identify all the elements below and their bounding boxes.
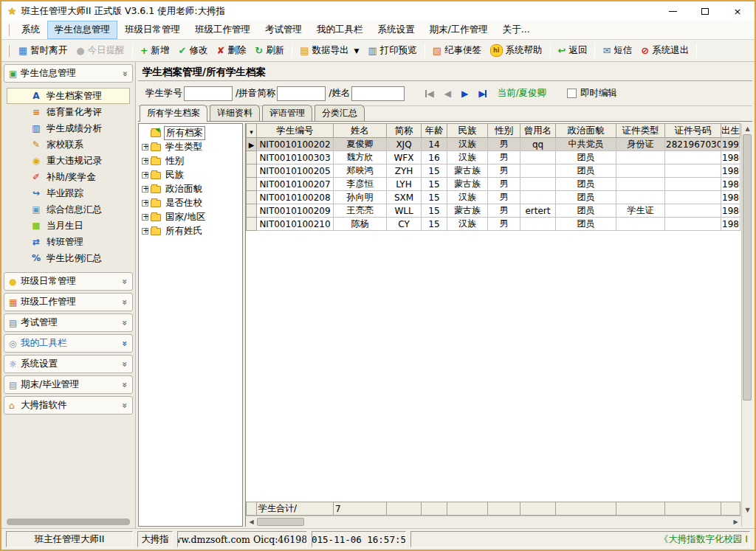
cell-gender[interactable]: 男: [488, 191, 520, 204]
sidebar-section[interactable]: ● 班级日常管理 »: [4, 272, 133, 291]
cell-name[interactable]: 陈杨: [334, 218, 387, 231]
close-button[interactable]: ×: [732, 6, 743, 16]
cell-political-status[interactable]: 团员: [556, 204, 616, 218]
cell-age[interactable]: 16: [422, 151, 447, 164]
expand-chevron-icon[interactable]: »: [120, 382, 130, 388]
cell-name[interactable]: 王亮亮: [334, 204, 387, 218]
column-header[interactable]: 证件号码: [665, 124, 721, 138]
sidebar-section[interactable]: ⌂ 大拇指软件 »: [4, 396, 133, 415]
table-row[interactable]: NIT0010100208 孙向明 SXM 15 汉族 男 团员: [247, 191, 740, 204]
expand-chevron-icon[interactable]: »: [120, 299, 130, 305]
cell-id-type[interactable]: [616, 164, 665, 178]
cell-birthdate[interactable]: 1986: [721, 178, 740, 191]
menu-item[interactable]: 班级日常管理: [117, 21, 188, 39]
pinyin-input[interactable]: [277, 86, 326, 101]
horizontal-scrollbar[interactable]: ◀ ▶: [246, 516, 741, 527]
cell-former-name[interactable]: [520, 164, 556, 178]
table-row[interactable]: NIT0010100210 陈杨 CY 15 汉族 男 团员: [247, 218, 740, 231]
toolbar-button[interactable]: ✔ 修改 ▼: [174, 42, 213, 59]
cell-shortname[interactable]: XJQ: [387, 138, 422, 151]
tree-item[interactable]: 国家/地区: [140, 210, 241, 224]
cell-political-status[interactable]: 团员: [556, 191, 616, 204]
scroll-up-icon[interactable]: ▲: [742, 123, 753, 134]
cell-birthdate[interactable]: 1986: [721, 191, 740, 204]
sidebar-section-student-info[interactable]: ▣ 学生信息管理 «: [4, 64, 133, 83]
cell-political-status[interactable]: 团员: [556, 218, 616, 231]
cell-birthdate[interactable]: 1986: [721, 164, 740, 178]
menu-item[interactable]: 我的工具栏: [309, 21, 371, 39]
toolbar-button[interactable]: ▼: [594, 44, 595, 58]
sidebar-section[interactable]: ▤ 期末/毕业管理 »: [4, 375, 133, 394]
column-header[interactable]: 年龄: [422, 124, 447, 138]
tree-item[interactable]: 政治面貌: [140, 182, 241, 196]
cell-birthdate[interactable]: 1986: [721, 151, 740, 164]
tab[interactable]: 评语管理: [262, 105, 312, 121]
cell-birthdate[interactable]: 1986: [721, 218, 740, 231]
cell-gender[interactable]: 男: [488, 164, 520, 178]
cell-shortname[interactable]: SXM: [387, 191, 422, 204]
menu-item[interactable]: 考试管理: [258, 21, 309, 39]
sidebar-item[interactable]: ■ 当月生日: [7, 218, 130, 234]
minimize-button[interactable]: [667, 6, 678, 16]
expander-icon[interactable]: [142, 158, 148, 164]
cell-political-status[interactable]: 团员: [556, 178, 616, 191]
scroll-left-icon[interactable]: ◀: [246, 516, 257, 527]
table-row[interactable]: NIT0010100209 王亮亮 WLL 15 蒙古族 男 ertert 团员: [247, 204, 740, 218]
tree-item[interactable]: 民族: [140, 168, 241, 182]
dropdown-arrow-icon[interactable]: ▼: [354, 47, 360, 55]
cell-former-name[interactable]: [520, 151, 556, 164]
cell-student-id[interactable]: NIT0010100209: [257, 204, 334, 218]
cell-id-number[interactable]: [665, 178, 721, 191]
toolbar-button[interactable]: ▼: [132, 44, 133, 58]
tree-item[interactable]: 所有档案: [140, 126, 241, 140]
cell-age[interactable]: 15: [422, 178, 447, 191]
column-header[interactable]: 曾用名: [520, 124, 556, 138]
sidebar-section[interactable]: ◎ 我的工具栏 »: [4, 334, 133, 353]
menu-item[interactable]: 关于...: [495, 21, 537, 39]
toolbar-button[interactable]: ▼: [550, 44, 551, 58]
column-filter-button[interactable]: ▾: [247, 124, 257, 138]
cell-id-type[interactable]: [616, 151, 665, 164]
cell-name[interactable]: 李彦恒: [334, 178, 387, 191]
table-row[interactable]: ▶ NIT0010100202 夏俊卿 XJQ 14 汉族 男 qq: [247, 138, 740, 151]
cell-id-number[interactable]: [665, 204, 721, 218]
cell-age[interactable]: 15: [422, 218, 447, 231]
expand-chevron-icon[interactable]: »: [120, 320, 130, 326]
menu-item[interactable]: 期末/工作管理: [422, 21, 495, 39]
cell-gender[interactable]: 男: [488, 138, 520, 151]
sidebar-item[interactable]: ≡ 德育量化考评: [7, 104, 130, 120]
sidebar-item[interactable]: ⇄ 转班管理: [7, 234, 130, 250]
tree-item[interactable]: 学生类型: [140, 140, 241, 154]
table-row[interactable]: NIT0010100303 魏方欣 WFX 16 汉族 男 团员: [247, 151, 740, 164]
expander-icon[interactable]: [142, 214, 148, 221]
cell-name[interactable]: 夏俊卿: [334, 138, 387, 151]
sidebar-item[interactable]: A 学生档案管理: [7, 88, 130, 104]
cell-birthdate[interactable]: 1992: [721, 138, 740, 151]
expand-chevron-icon[interactable]: »: [120, 279, 130, 285]
menu-item[interactable]: 学生信息管理: [47, 21, 117, 39]
tree-item[interactable]: 所有姓氏: [140, 224, 241, 238]
toolbar-button[interactable]: ▼: [696, 44, 697, 58]
cell-ethnicity[interactable]: 汉族: [447, 218, 488, 231]
cell-political-status[interactable]: 团员: [556, 164, 616, 178]
toolbar-button[interactable]: ▦ 暂时离开 ▼: [14, 42, 72, 59]
vertical-scrollbar[interactable]: ▲ ▼: [741, 123, 752, 527]
sidebar-item[interactable]: ✎ 家校联系: [7, 136, 130, 153]
sidebar-item[interactable]: ✐ 补助/奖学金: [7, 169, 130, 185]
cell-ethnicity[interactable]: 蒙古族: [447, 178, 488, 191]
sidebar-section[interactable]: ▦ 班级工作管理 »: [4, 293, 133, 311]
cell-shortname[interactable]: WFX: [387, 151, 422, 164]
expander-icon[interactable]: [142, 172, 148, 179]
sidebar-section[interactable]: ☼ 系统设置 »: [4, 355, 133, 373]
cell-former-name[interactable]: [520, 178, 556, 191]
cell-id-number[interactable]: [665, 151, 721, 164]
cell-shortname[interactable]: CY: [387, 218, 422, 231]
toolbar-button[interactable]: ▨ 纪事便签 ▼: [428, 42, 486, 59]
toolbar-button[interactable]: ▼: [292, 44, 292, 58]
table-row[interactable]: NIT0010100205 郑映鸿 ZYH 15 蒙古族 男 团员: [247, 164, 740, 178]
column-header[interactable]: 简称: [387, 124, 422, 138]
menu-item[interactable]: 系统设置: [371, 21, 422, 39]
cell-id-type[interactable]: [616, 191, 665, 204]
toolbar-button[interactable]: ▥ 打印预览 ▼: [363, 42, 421, 59]
cell-gender[interactable]: 男: [488, 151, 520, 164]
